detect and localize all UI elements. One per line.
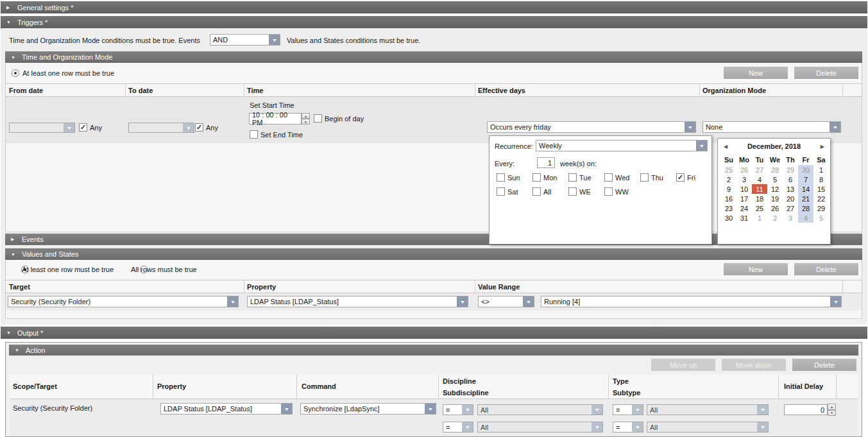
dropdown-arrow-icon[interactable] bbox=[523, 296, 534, 307]
action-property-combo[interactable]: LDAP Status [LDAP_Status] bbox=[160, 403, 293, 415]
weekday-checkbox-tue[interactable]: Tue bbox=[568, 173, 602, 182]
every-input[interactable]: 1 bbox=[537, 157, 555, 168]
calendar-next-icon[interactable]: ▶ bbox=[821, 144, 824, 150]
calendar-day[interactable]: 15 bbox=[813, 184, 829, 194]
calendar-day[interactable]: 7 bbox=[798, 175, 813, 184]
calendar-day[interactable]: 14 bbox=[798, 184, 813, 194]
dropdown-arrow-icon[interactable] bbox=[227, 296, 238, 307]
type-value-combo[interactable]: All bbox=[647, 404, 769, 415]
calendar-day[interactable]: 8 bbox=[813, 175, 829, 184]
section-header-output[interactable]: ▼ Output * bbox=[1, 327, 867, 339]
subdiscipline-value-combo[interactable]: All bbox=[477, 422, 603, 433]
organization-mode-combo[interactable]: None bbox=[702, 121, 841, 133]
calendar-day[interactable]: 30 bbox=[721, 213, 736, 223]
calendar-day[interactable]: 19 bbox=[767, 194, 783, 203]
recurrence-combo[interactable]: Weekly bbox=[536, 140, 708, 151]
type-operator-combo[interactable]: = bbox=[613, 404, 643, 415]
weekday-checkbox-all[interactable]: All bbox=[532, 187, 566, 196]
start-time-input[interactable]: 10 : 00 : 00 PM bbox=[249, 113, 302, 124]
time-spinner[interactable]: ▲ ▼ bbox=[302, 113, 310, 124]
calendar-day[interactable]: 20 bbox=[783, 194, 798, 203]
delete-button[interactable]: Delete bbox=[794, 263, 858, 275]
subdiscipline-operator-combo[interactable]: = bbox=[443, 422, 473, 433]
calendar-day-selected[interactable]: 11 bbox=[752, 184, 767, 194]
dropdown-arrow-icon[interactable] bbox=[632, 422, 643, 432]
calendar-day[interactable]: 4 bbox=[752, 175, 767, 184]
calendar-day[interactable]: 10 bbox=[736, 184, 752, 194]
calendar-day[interactable]: 12 bbox=[767, 184, 783, 194]
dropdown-arrow-icon[interactable] bbox=[269, 35, 280, 45]
section-header-triggers[interactable]: ▼ Triggers * bbox=[1, 16, 867, 28]
action-command-combo[interactable]: Synchronize [LdapSync] bbox=[300, 403, 436, 415]
calendar-day[interactable]: 16 bbox=[721, 194, 736, 203]
initial-delay-input[interactable]: 0 bbox=[784, 404, 828, 415]
calendar-day[interactable]: 30 bbox=[798, 165, 813, 175]
dropdown-arrow-icon[interactable] bbox=[757, 405, 768, 415]
subtype-operator-combo[interactable]: = bbox=[613, 422, 643, 433]
discipline-operator-combo[interactable]: = bbox=[443, 404, 473, 415]
dropdown-arrow-icon[interactable] bbox=[830, 296, 841, 307]
section-header-time-org[interactable]: ▼ Time and Organization Mode bbox=[5, 51, 862, 63]
dropdown-arrow-icon[interactable] bbox=[281, 404, 292, 414]
move-up-button[interactable]: Move up bbox=[651, 359, 715, 371]
calendar-day[interactable]: 26 bbox=[736, 165, 752, 175]
new-button[interactable]: New bbox=[724, 263, 788, 275]
section-header-general-settings[interactable]: ▶ General settings * bbox=[1, 1, 867, 13]
calendar-day[interactable]: 18 bbox=[752, 194, 767, 203]
calendar-day[interactable]: 22 bbox=[813, 194, 829, 203]
calendar-day[interactable]: 2 bbox=[767, 213, 783, 223]
calendar-day[interactable]: 5 bbox=[813, 213, 829, 223]
property-combo[interactable]: LDAP Status [LDAP_Status] bbox=[247, 296, 468, 307]
events-operator-combo[interactable]: AND bbox=[210, 34, 280, 46]
weekday-checkbox-sun[interactable]: Sun bbox=[497, 173, 530, 182]
calendar-day[interactable]: 27 bbox=[752, 165, 767, 175]
dropdown-arrow-icon[interactable] bbox=[632, 405, 643, 415]
dropdown-arrow-icon[interactable] bbox=[696, 141, 707, 151]
spin-down-icon[interactable]: ▼ bbox=[302, 119, 310, 124]
to-date-picker[interactable] bbox=[128, 123, 194, 133]
calendar-day[interactable]: 17 bbox=[736, 194, 752, 203]
delete-button[interactable]: Delete bbox=[792, 359, 856, 371]
spin-up-icon[interactable]: ▲ bbox=[302, 113, 310, 119]
calendar-day[interactable]: 28 bbox=[767, 165, 783, 175]
dropdown-arrow-icon[interactable] bbox=[591, 422, 602, 432]
calendar-day[interactable]: 29 bbox=[783, 165, 798, 175]
weekday-checkbox-we[interactable]: WE bbox=[568, 187, 602, 196]
calendar-day[interactable]: 28 bbox=[798, 203, 813, 213]
calendar-day[interactable]: 9 bbox=[721, 184, 736, 194]
rule-radio[interactable] bbox=[12, 69, 19, 77]
calendar-day[interactable]: 27 bbox=[783, 203, 798, 213]
calendar-day[interactable]: 13 bbox=[783, 184, 798, 194]
calendar-day[interactable]: 3 bbox=[736, 175, 752, 184]
section-header-values-states[interactable]: ▼ Values and States bbox=[5, 248, 862, 260]
weekday-checkbox-thu[interactable]: Thu bbox=[640, 173, 674, 182]
dropdown-arrow-icon[interactable] bbox=[591, 405, 602, 415]
calendar-day[interactable]: 3 bbox=[783, 213, 798, 223]
weekday-checkbox-sat[interactable]: Sat bbox=[497, 187, 530, 196]
calendar-day[interactable]: 1 bbox=[752, 213, 767, 223]
calendar-day[interactable]: 25 bbox=[752, 203, 767, 213]
calendar-day[interactable]: 21 bbox=[798, 194, 813, 203]
from-date-picker[interactable] bbox=[9, 123, 75, 133]
begin-of-day-checkbox[interactable] bbox=[314, 114, 322, 123]
calendar-day[interactable]: 23 bbox=[721, 203, 736, 213]
dropdown-arrow-icon[interactable] bbox=[685, 122, 695, 132]
calendar-day[interactable]: 5 bbox=[767, 175, 783, 184]
calendar-day[interactable]: 24 bbox=[736, 203, 752, 213]
calendar-day[interactable]: 31 bbox=[736, 213, 752, 223]
calendar-day[interactable]: 26 bbox=[767, 203, 783, 213]
subtype-value-combo[interactable]: All bbox=[647, 422, 769, 433]
calendar-day[interactable]: 4 bbox=[798, 213, 813, 223]
new-button[interactable]: New bbox=[724, 67, 788, 79]
calendar-prev-icon[interactable]: ◀ bbox=[724, 144, 728, 150]
dropdown-arrow-icon[interactable] bbox=[462, 422, 473, 432]
from-any-checkbox[interactable] bbox=[79, 123, 87, 132]
dropdown-arrow-icon[interactable] bbox=[64, 123, 74, 132]
weekday-checkbox-ww[interactable]: WW bbox=[604, 187, 638, 196]
move-down-button[interactable]: Move down bbox=[722, 359, 786, 371]
calendar-day[interactable]: 29 bbox=[813, 203, 829, 213]
dropdown-arrow-icon[interactable] bbox=[757, 422, 768, 432]
dropdown-arrow-icon[interactable] bbox=[183, 123, 194, 132]
calendar-day[interactable]: 6 bbox=[783, 175, 798, 184]
section-header-action[interactable]: ▼ Action bbox=[9, 345, 858, 356]
